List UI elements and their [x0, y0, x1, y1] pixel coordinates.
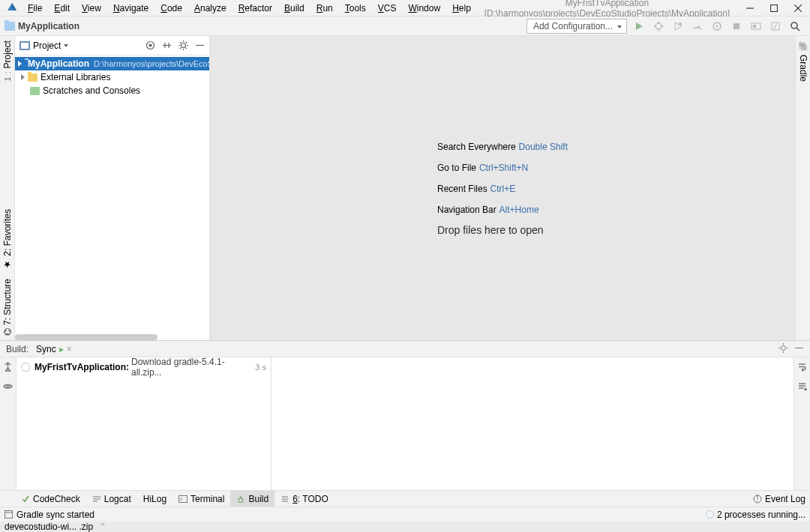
- chevron-right-icon[interactable]: [21, 74, 25, 80]
- scratch-icon: [30, 87, 40, 95]
- build-output[interactable]: [272, 357, 794, 490]
- gear-icon[interactable]: [778, 343, 788, 355]
- horizontal-scrollbar[interactable]: [15, 334, 158, 340]
- svg-line-19: [796, 28, 800, 31]
- project-tool-tab[interactable]: 1: Project: [2, 36, 13, 86]
- profiler-icon[interactable]: [692, 20, 704, 32]
- build-right-gutter: [794, 357, 810, 490]
- toggle-toolwindows-icon[interactable]: [4, 510, 13, 519]
- sync-tab[interactable]: Sync▸ ×: [36, 344, 72, 354]
- svg-rect-15: [753, 25, 756, 28]
- maximize-button[interactable]: [762, 0, 786, 16]
- build-left-gutter: [0, 357, 16, 490]
- svg-point-9: [679, 22, 682, 25]
- menu-bar: FileEditViewNavigateCodeAnalyzeRefactorB…: [0, 0, 810, 16]
- avd-icon[interactable]: [750, 20, 762, 32]
- collapse-icon[interactable]: [161, 40, 172, 51]
- nav-bar: MyApplication Add Configuration...: [0, 16, 810, 36]
- tool-tab-build[interactable]: Build: [230, 491, 274, 507]
- hide-icon[interactable]: [794, 343, 804, 355]
- view-mode-dropdown[interactable]: Project: [33, 40, 61, 51]
- build-task-row[interactable]: MyFristTvApplication: Download gradle-5.…: [21, 360, 266, 374]
- window-title: MyFristTvApplication [D:\harmonyos\proje…: [476, 0, 738, 19]
- svg-point-21: [149, 44, 152, 46]
- menu-edit[interactable]: Edit: [49, 1, 75, 15]
- tool-tab-codecheck[interactable]: CodeCheck: [15, 491, 86, 507]
- favorites-tool-tab[interactable]: ★ 2: Favorites: [2, 205, 13, 274]
- chevron-right-icon[interactable]: [18, 61, 22, 67]
- soft-wrap-icon[interactable]: [797, 362, 807, 374]
- sdk-icon[interactable]: [770, 20, 782, 32]
- debug-icon[interactable]: [652, 20, 664, 32]
- svg-text:!: !: [756, 495, 758, 504]
- locate-icon[interactable]: [145, 40, 155, 51]
- library-icon: [28, 73, 38, 82]
- run-config-dropdown[interactable]: Add Configuration...: [526, 19, 627, 34]
- project-tree[interactable]: MyApplication D:\harmonyos\projects\DevE…: [15, 55, 209, 340]
- menu-code[interactable]: Code: [155, 1, 188, 15]
- hide-icon[interactable]: [194, 40, 205, 51]
- tool-tab-todo[interactable]: 6: TODO: [274, 491, 334, 507]
- build-task-tree[interactable]: MyFristTvApplication: Download gradle-5.…: [16, 357, 272, 490]
- menu-refactor[interactable]: Refactor: [233, 1, 278, 15]
- menu-file[interactable]: File: [22, 1, 47, 15]
- svg-point-12: [716, 25, 718, 27]
- welcome-hints: Search Everywhere Double Shift Go to Fil…: [437, 140, 568, 236]
- right-tool-strip: 🐘 Gradle: [795, 36, 810, 340]
- spinner-icon: [21, 363, 30, 372]
- eye-icon[interactable]: [3, 381, 13, 393]
- breadcrumb-root[interactable]: MyApplication: [18, 21, 80, 31]
- tool-tab-terminal[interactable]: Terminal: [172, 491, 230, 507]
- menu-tools[interactable]: Tools: [340, 1, 371, 15]
- scroll-end-icon[interactable]: [797, 381, 807, 393]
- gear-icon[interactable]: [178, 40, 188, 51]
- gradle-tool-tab[interactable]: 🐘 Gradle: [798, 36, 808, 86]
- stop-icon[interactable]: [730, 20, 742, 32]
- svg-point-18: [791, 22, 797, 28]
- menu-analyze[interactable]: Analyze: [189, 1, 232, 15]
- menu-window[interactable]: Window: [403, 1, 446, 15]
- structure-tool-tab[interactable]: ⌬ 7: Structure: [2, 274, 13, 340]
- svg-point-4: [656, 23, 662, 29]
- svg-rect-1: [771, 4, 778, 11]
- chevron-down-icon: [64, 44, 68, 47]
- editor-empty-area[interactable]: Search Everywhere Double Shift Go to Fil…: [210, 36, 795, 340]
- left-tool-strip: 1: Project ★ 2: Favorites ⌬ 7: Structure: [0, 36, 15, 340]
- tree-row-scratches[interactable]: Scratches and Consoles: [15, 84, 209, 97]
- menu-help[interactable]: Help: [447, 1, 476, 15]
- menu-vcs[interactable]: VCS: [373, 1, 402, 15]
- build-panel-title: Build:: [6, 344, 28, 354]
- folder-icon: [4, 22, 15, 31]
- menu-navigate[interactable]: Navigate: [108, 1, 154, 15]
- app-logo-icon: [6, 2, 18, 14]
- project-sidebar: Project MyApplication D:\harmonyos\proje…: [15, 36, 210, 340]
- status-message: Gradle sync started: [16, 510, 94, 520]
- status-bar: Gradle sync started 2 processes running.…: [0, 507, 810, 522]
- svg-point-29: [7, 385, 9, 387]
- desktop-download-bar: devecostudio-wi... .zip⌃: [0, 522, 810, 532]
- svg-rect-40: [5, 511, 13, 519]
- svg-line-17: [774, 23, 777, 29]
- project-view-icon: [20, 41, 30, 50]
- attach-icon[interactable]: [711, 20, 723, 32]
- close-button[interactable]: [786, 0, 810, 16]
- tree-row-project-root[interactable]: MyApplication D:\harmonyos\projects\DevE…: [15, 57, 209, 70]
- sidebar-header: Project: [15, 36, 209, 55]
- tree-row-external-libs[interactable]: External Libraries: [15, 70, 209, 84]
- search-icon[interactable]: [789, 20, 801, 32]
- menu-view[interactable]: View: [76, 1, 106, 15]
- menu-run[interactable]: Run: [311, 1, 338, 15]
- svg-rect-13: [734, 23, 740, 29]
- tool-tab-logcat[interactable]: Logcat: [86, 491, 137, 507]
- tool-tab-hilog[interactable]: HiLog: [137, 491, 172, 507]
- run-icon[interactable]: [633, 20, 645, 32]
- pin-icon[interactable]: [3, 362, 13, 374]
- coverage-icon[interactable]: [672, 20, 684, 32]
- svg-point-27: [782, 345, 786, 350]
- background-tasks[interactable]: 2 processes running...: [706, 510, 806, 520]
- close-icon[interactable]: ×: [67, 344, 72, 354]
- event-log-tab[interactable]: ! Event Log: [753, 494, 810, 504]
- minimize-button[interactable]: [738, 0, 762, 16]
- bottom-tool-strip: CodeCheckLogcatHiLogTerminalBuild6: TODO…: [0, 490, 810, 507]
- menu-build[interactable]: Build: [279, 1, 310, 15]
